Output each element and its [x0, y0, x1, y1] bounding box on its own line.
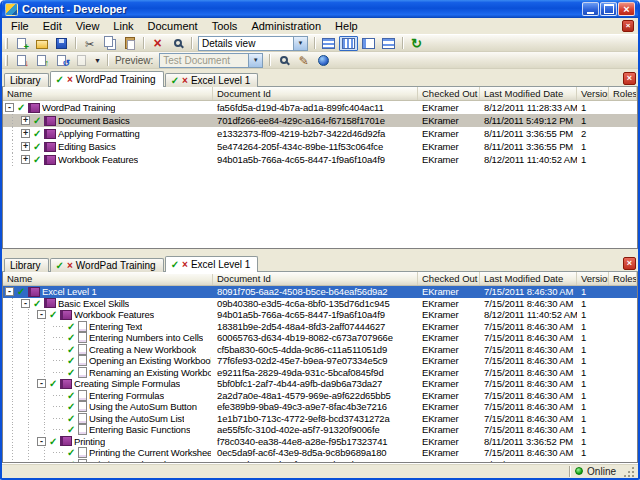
- preview-document-select[interactable]: Test Document▼: [159, 53, 263, 68]
- collapse-icon[interactable]: -: [37, 437, 46, 446]
- table-row[interactable]: +✓Applying Formattinge1332373-ff09-4219-…: [3, 127, 637, 140]
- name-cell: ✓Opening an Existing Workbook: [3, 355, 213, 367]
- tab-library[interactable]: Library: [4, 73, 49, 87]
- menu-document[interactable]: Document: [141, 19, 205, 33]
- table-row[interactable]: -✓Basic Excel Skills09b40380-e3d5-4c6a-8…: [3, 298, 637, 310]
- column-header-name[interactable]: Name: [3, 272, 213, 285]
- column-header-checked-out-by[interactable]: Checked Out By: [418, 87, 480, 100]
- menu-tools[interactable]: Tools: [205, 19, 245, 33]
- list-view-button[interactable]: [339, 36, 358, 51]
- maximize-button[interactable]: [600, 2, 617, 16]
- table-row[interactable]: ✓Entering Text18381b9e-2d54-48a4-8fd3-2a…: [3, 321, 637, 333]
- collapse-icon[interactable]: -: [37, 310, 46, 319]
- collapse-icon[interactable]: -: [5, 287, 14, 296]
- table-row[interactable]: +✓Editing Basics5e474264-205f-434c-89be-…: [3, 140, 637, 153]
- refresh-button[interactable]: [407, 36, 426, 51]
- close-pane-button[interactable]: ×: [623, 72, 636, 85]
- checked-status-icon: ✓: [16, 286, 26, 297]
- expand-icon[interactable]: +: [21, 142, 30, 151]
- column-header-version[interactable]: Version: [577, 272, 609, 285]
- copy-button[interactable]: [100, 36, 119, 51]
- publish-button[interactable]: [314, 53, 333, 68]
- menu-view[interactable]: View: [69, 19, 107, 33]
- check-in-button[interactable]: [12, 53, 31, 68]
- open-document-button[interactable]: [32, 36, 51, 51]
- table-row[interactable]: -✓Printingf78c0340-ea38-44e8-a28e-f95b17…: [3, 436, 637, 448]
- menu-edit[interactable]: Edit: [36, 19, 69, 33]
- expand-icon[interactable]: +: [21, 155, 30, 164]
- expand-icon[interactable]: +: [21, 129, 30, 138]
- column-header-last-modified-date[interactable]: Last Modified Date: [480, 87, 577, 100]
- menu-link[interactable]: Link: [106, 19, 140, 33]
- search-button[interactable]: [168, 36, 187, 51]
- table-row[interactable]: -✓Workbook Features94b01a5b-766a-4c65-84…: [3, 309, 637, 321]
- close-tab-icon[interactable]: ×: [182, 76, 188, 86]
- tab-label: Excel Level 1: [191, 259, 250, 270]
- table-row[interactable]: -✓Excel Level 18091f705-6aa2-4508-b5ce-b…: [3, 286, 637, 298]
- expand-icon[interactable]: +: [21, 116, 30, 125]
- close-tab-icon[interactable]: ×: [67, 261, 73, 271]
- table-row[interactable]: ✓Renaming an Existing Workbooke9211f5a-2…: [3, 367, 637, 379]
- column-header-document-id[interactable]: Document Id: [213, 87, 418, 100]
- icons-view-button[interactable]: [319, 36, 338, 51]
- column-header-roles[interactable]: Roles: [609, 272, 637, 285]
- column-header-name[interactable]: Name: [3, 87, 213, 100]
- undo-check-out-button[interactable]: [52, 53, 71, 68]
- table-row[interactable]: ✓Entering Basic Functionsae55f5fc-310d-4…: [3, 424, 637, 436]
- new-document-button[interactable]: [12, 36, 31, 51]
- column-header-roles[interactable]: Roles: [609, 87, 637, 100]
- toolbar-grip[interactable]: [5, 38, 8, 49]
- dropdown-arrow-icon[interactable]: ▼: [293, 37, 307, 50]
- view-mode-select[interactable]: Details view▼: [198, 36, 308, 51]
- tab-wordpad-training[interactable]: ✓×WordPad Training: [50, 71, 164, 87]
- save-document-button[interactable]: [52, 36, 71, 51]
- table-row[interactable]: -✓WordPad Trainingfa56fd5a-d19d-4b7a-ad1…: [3, 101, 637, 114]
- check-out-button[interactable]: [32, 53, 51, 68]
- table-row[interactable]: ✓Using the AutoSum List1e1b71b0-713c-477…: [3, 413, 637, 425]
- menu-file[interactable]: File: [4, 19, 36, 33]
- table-row[interactable]: +✓Document Basics701df266-ee84-429c-a164…: [3, 114, 637, 127]
- delete-button[interactable]: [148, 36, 167, 51]
- table-row[interactable]: +✓Workbook Features94b01a5b-766a-4c65-84…: [3, 153, 637, 166]
- column-header-document-id[interactable]: Document Id: [213, 272, 418, 285]
- close-button[interactable]: [618, 2, 635, 16]
- table-row[interactable]: ✓Entering Formulas2a2d7a0e-48a1-4579-969…: [3, 390, 637, 402]
- table-row[interactable]: ✓Opening an Existing Workbook77f6fe93-02…: [3, 355, 637, 367]
- tab-library[interactable]: Library: [4, 258, 49, 272]
- thumbnails-view-button[interactable]: [379, 36, 398, 51]
- zoom-button[interactable]: [274, 53, 293, 68]
- book-icon: [60, 436, 72, 446]
- document-properties-button[interactable]: [72, 53, 91, 68]
- close-tab-icon[interactable]: ×: [67, 75, 73, 85]
- tab-excel-level-1[interactable]: ✓×Excel Level 1: [165, 256, 259, 272]
- menu-close-icon[interactable]: ×: [622, 20, 634, 32]
- toolbar-overflow-arrow-icon[interactable]: ▼: [92, 57, 103, 64]
- column-header-version[interactable]: Version: [577, 87, 609, 100]
- paste-button[interactable]: [120, 36, 139, 51]
- cut-button[interactable]: [80, 36, 99, 51]
- table-row[interactable]: ✓Creating a New Workbookcf5ba830-60c5-4d…: [3, 344, 637, 356]
- tab-excel-level-1[interactable]: ✓×Excel Level 1: [165, 73, 259, 87]
- menu-help[interactable]: Help: [328, 19, 365, 33]
- close-tab-icon[interactable]: ×: [182, 260, 188, 270]
- details-view-button[interactable]: [359, 36, 378, 51]
- checked-status-icon: ✓: [66, 424, 76, 435]
- resize-grip-icon[interactable]: [622, 465, 635, 478]
- close-pane-button[interactable]: ×: [623, 257, 636, 270]
- collapse-icon[interactable]: -: [5, 103, 14, 112]
- annotate-button[interactable]: [294, 53, 313, 68]
- table-row[interactable]: ✓Printing a Selected Range2c7e91b4-5a6d-…: [3, 459, 637, 463]
- column-header-checked-out-by[interactable]: Checked Out By: [418, 272, 480, 285]
- table-row[interactable]: ✓Printing the Current Worksheet0ec5da9f-…: [3, 447, 637, 459]
- table-row[interactable]: ✓Entering Numbers into Cells60065763-d63…: [3, 332, 637, 344]
- dropdown-arrow-icon[interactable]: ▼: [248, 54, 262, 67]
- table-row[interactable]: ✓Using the AutoSum Buttonefe389b9-9ba9-4…: [3, 401, 637, 413]
- column-header-last-modified-date[interactable]: Last Modified Date: [480, 272, 577, 285]
- menu-administration[interactable]: Administration: [244, 19, 328, 33]
- toolbar-grip[interactable]: [5, 55, 8, 66]
- tab-wordpad-training[interactable]: ✓×WordPad Training: [50, 258, 164, 272]
- table-row[interactable]: -✓Creating Simple Formulas5bf0bfc1-2af7-…: [3, 378, 637, 390]
- collapse-icon[interactable]: -: [21, 299, 30, 308]
- collapse-icon[interactable]: -: [37, 379, 46, 388]
- minimize-button[interactable]: [582, 2, 599, 16]
